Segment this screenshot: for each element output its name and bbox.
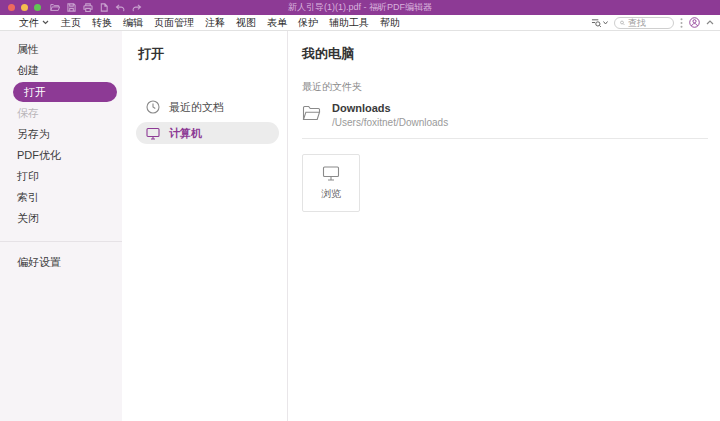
sidebar-item-create[interactable]: 创建 — [0, 60, 122, 81]
browse-label: 浏览 — [321, 187, 341, 201]
browse-card[interactable]: 浏览 — [302, 154, 360, 212]
backstage-view: 属性 创建 打开 保存 另存为 PDF优化 打印 索引 关闭 偏好设置 打开 最… — [0, 31, 720, 421]
recent-folder-row[interactable]: Downloads /Users/foxitnet/Downloads — [302, 102, 708, 128]
collapse-toolbar-icon[interactable] — [706, 20, 714, 25]
account-avatar-icon[interactable] — [689, 17, 700, 28]
find-and-replace-button[interactable] — [591, 18, 608, 28]
close-window-button[interactable] — [8, 4, 15, 11]
tab-help[interactable]: 帮助 — [380, 16, 400, 30]
tab-comment[interactable]: 注释 — [205, 16, 225, 30]
minimize-window-button[interactable] — [21, 4, 28, 11]
open-item-recent-documents[interactable]: 最近的文档 — [122, 95, 287, 119]
computer-icon — [146, 127, 160, 140]
recent-folders-label: 最近的文件夹 — [302, 80, 708, 94]
tab-organize-pages[interactable]: 页面管理 — [154, 16, 194, 30]
page-title-my-computer: 我的电脑 — [302, 45, 708, 63]
folder-info: Downloads /Users/foxitnet/Downloads — [332, 102, 448, 128]
file-sidebar: 属性 创建 打开 保存 另存为 PDF优化 打印 索引 关闭 偏好设置 — [0, 31, 122, 421]
new-document-icon[interactable] — [100, 3, 108, 12]
chevron-down-icon — [42, 20, 49, 25]
search-box[interactable] — [614, 17, 674, 29]
tab-form[interactable]: 表单 — [267, 16, 287, 30]
sidebar-item-save-as[interactable]: 另存为 — [0, 124, 122, 145]
sidebar-item-index[interactable]: 索引 — [0, 187, 122, 208]
titlebar: 新人引导(1)(1).pdf - 福昕PDF编辑器 — [0, 0, 720, 15]
chevron-down-icon — [603, 21, 608, 25]
sidebar-item-print[interactable]: 打印 — [0, 166, 122, 187]
clock-icon — [146, 100, 160, 114]
fullscreen-window-button[interactable] — [34, 4, 41, 11]
search-input[interactable] — [628, 18, 668, 28]
redo-icon[interactable] — [132, 4, 142, 12]
menu-tabs: 主页 转换 编辑 页面管理 注释 视图 表单 保护 辅助工具 帮助 — [61, 16, 400, 30]
tab-home[interactable]: 主页 — [61, 16, 81, 30]
sidebar-item-properties[interactable]: 属性 — [0, 39, 122, 60]
tab-edit[interactable]: 编辑 — [123, 16, 143, 30]
sidebar-item-pdf-optimize[interactable]: PDF优化 — [0, 145, 122, 166]
folder-name: Downloads — [332, 102, 448, 114]
open-panel-title: 打开 — [122, 45, 287, 63]
traffic-lights — [8, 4, 41, 11]
open-panel: 打开 最近的文档 计算机 — [122, 31, 288, 421]
content-divider — [302, 138, 708, 139]
sidebar-item-open[interactable]: 打开 — [13, 82, 117, 102]
save-icon[interactable] — [67, 3, 76, 12]
tab-protect[interactable]: 保护 — [298, 16, 318, 30]
folder-icon — [302, 104, 321, 121]
app-window: 新人引导(1)(1).pdf - 福昕PDF编辑器 文件 主页 转换 编辑 页面… — [0, 0, 720, 421]
tab-file[interactable]: 文件 — [19, 16, 49, 30]
tab-convert[interactable]: 转换 — [92, 16, 112, 30]
find-and-replace-icon — [591, 18, 602, 28]
sidebar-item-save[interactable]: 保存 — [0, 103, 122, 124]
undo-icon[interactable] — [115, 4, 125, 12]
open-file-icon[interactable] — [50, 3, 60, 12]
search-icon — [620, 19, 625, 27]
open-item-label: 计算机 — [169, 126, 202, 141]
tab-view[interactable]: 视图 — [236, 16, 256, 30]
menubar-right-cluster — [591, 17, 714, 29]
tab-file-label: 文件 — [19, 16, 39, 30]
more-options-icon[interactable] — [680, 18, 683, 28]
sidebar-item-close[interactable]: 关闭 — [0, 208, 122, 229]
print-icon[interactable] — [83, 3, 93, 12]
computer-panel: 我的电脑 最近的文件夹 Downloads /Users/foxitnet/Do… — [288, 31, 720, 421]
tab-assist-tools[interactable]: 辅助工具 — [329, 16, 369, 30]
sidebar-item-preferences[interactable]: 偏好设置 — [0, 252, 122, 273]
open-item-label: 最近的文档 — [169, 100, 224, 115]
folder-path: /Users/foxitnet/Downloads — [332, 117, 448, 128]
sidebar-divider — [0, 241, 122, 242]
open-item-computer[interactable]: 计算机 — [136, 122, 279, 144]
quick-access-toolbar — [50, 3, 142, 12]
monitor-icon — [322, 165, 340, 181]
menubar: 文件 主页 转换 编辑 页面管理 注释 视图 表单 保护 辅助工具 帮助 — [0, 15, 720, 31]
